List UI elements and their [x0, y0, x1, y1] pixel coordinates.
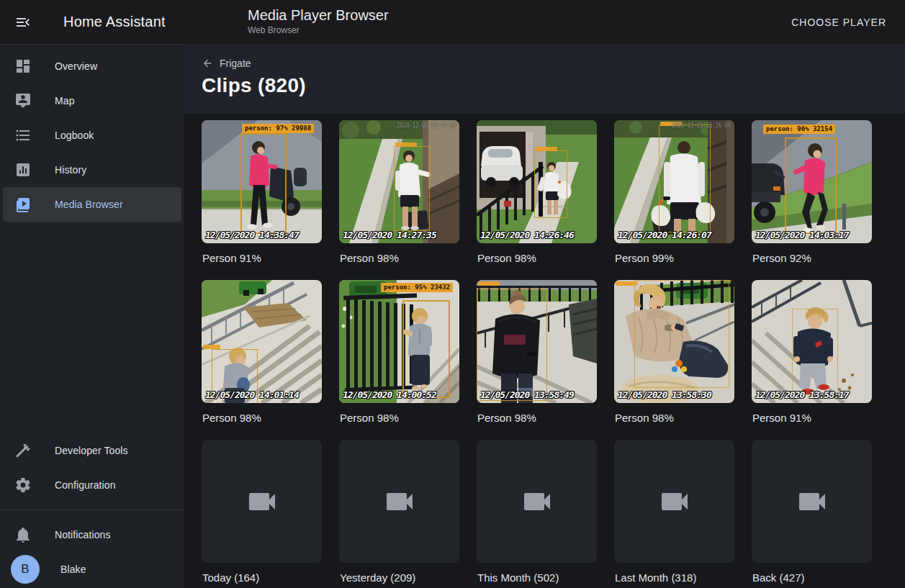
sidebar-item-map[interactable]: Map — [3, 83, 181, 118]
person-tag-mini — [395, 143, 417, 147]
timestamp-overlay: 12/05/2020 14:27:35 — [343, 230, 436, 240]
sidebar-item-developer-tools[interactable]: Developer Tools — [3, 433, 181, 468]
timestamp-overlay: 12/05/2020 14:26:07 — [618, 230, 711, 240]
clip-label: Person 91% — [752, 412, 871, 424]
timestamp-overlay: 12/05/2020 14:01:14 — [205, 389, 299, 400]
clip-label: Person 98% — [477, 252, 596, 264]
chart-box-icon — [14, 161, 32, 178]
main-content: Frigate Clips (820) — [184, 44, 905, 588]
person-tag: person: 97% 29988 — [242, 124, 314, 133]
clip-card[interactable]: 12/05/2020 13:58:49 Person 98% — [477, 280, 597, 440]
sidebar-item-label: Overview — [55, 60, 97, 72]
sidebar-item-overview[interactable]: Overview — [3, 49, 181, 83]
sidebar-item-label: Configuration — [55, 479, 116, 491]
clip-thumbnail: 12/05/2020 14:01:14 — [202, 280, 322, 403]
sidebar-item-label: History — [55, 164, 86, 176]
menu-open-icon[interactable] — [14, 14, 32, 31]
clip-thumbnail: person: 95% 23432 12/05/2020 14:00:52 — [339, 280, 459, 403]
timestamp-overlay: 12/05/2020 14:38:47 — [205, 230, 299, 240]
detection-bbox — [785, 137, 837, 234]
timestamp-overlay: 12/05/2020 13:58:49 — [480, 389, 574, 400]
timestamp-overlay: 12/05/2020 14:00:52 — [343, 389, 436, 400]
timestamp-overlay: 12/05/2020 14:03:17 — [755, 230, 849, 240]
video-camera-icon — [795, 484, 829, 519]
clip-label: Person 98% — [477, 412, 596, 424]
clip-thumbnail: 12/05/2020 13:58:17 — [752, 280, 872, 403]
folder-card-yesterday[interactable]: Yesterday (209) — [339, 440, 459, 588]
sidebar-item-label: Map — [55, 95, 75, 107]
gear-icon — [14, 476, 32, 494]
folder-label: Back (427) — [752, 571, 871, 584]
sidebar-item-configuration[interactable]: Configuration — [3, 468, 181, 502]
detection-bbox — [240, 133, 287, 234]
clip-card[interactable]: person: 96% 32154 12/05/2020 14:03:17 Pe… — [752, 120, 872, 280]
avatar[interactable]: B — [11, 555, 40, 584]
folder-card-today[interactable]: Today (164) — [202, 440, 322, 588]
view-dashboard-icon — [14, 58, 32, 75]
clip-thumbnail: 2020-12-05 15:26:06 12/05/2020 14:26:07 — [614, 120, 734, 243]
clip-label: Person 91% — [202, 252, 321, 264]
clip-thumbnail: person: 97% 29988 12/05/2020 14:38:47 — [202, 120, 322, 243]
sidebar-item-profile[interactable]: B Blake — [3, 552, 181, 587]
breadcrumb[interactable]: Frigate — [202, 58, 251, 69]
clip-label: Person 92% — [752, 252, 871, 264]
hammer-icon — [14, 442, 32, 459]
clip-card[interactable]: 12/05/2020 14:01:14 Person 98% — [202, 280, 322, 440]
detection-bbox — [792, 309, 838, 395]
sidebar-item-label: Developer Tools — [55, 445, 128, 456]
sidebar-bottom: Developer Tools Configuration Notificati… — [0, 433, 184, 587]
timestamp-overlay: 12/05/2020 13:58:17 — [755, 389, 849, 400]
timestamp-overlay: 12/05/2020 13:58:30 — [618, 389, 711, 400]
clip-card[interactable]: person: 97% 29988 12/05/2020 14:38:47 Pe… — [202, 120, 322, 280]
sidebar-item-logbook[interactable]: Logbook — [3, 118, 181, 153]
user-name: Blake — [60, 564, 86, 575]
video-camera-icon — [520, 484, 554, 519]
sidebar-item-notifications[interactable]: Notifications — [3, 517, 181, 552]
clip-label: Person 98% — [340, 412, 459, 424]
folder-thumbnail — [339, 440, 459, 563]
clip-card[interactable]: 2020-12-05 15:27:36 12/05/2020 14:27:35 … — [339, 120, 459, 280]
clip-label: Person 99% — [615, 252, 734, 264]
sidebar-item-media-browser[interactable]: Media Browser — [3, 187, 181, 222]
bell-icon — [14, 526, 32, 543]
folder-thumbnail — [477, 440, 597, 563]
clip-thumbnail: 12/05/2020 13:58:49 — [477, 280, 597, 403]
clip-card[interactable]: 12/05/2020 13:58:17 Person 91% — [752, 280, 872, 440]
play-box-multiple-icon — [14, 196, 32, 213]
folder-card-last-month[interactable]: Last Month (318) — [614, 440, 734, 588]
app-title: Home Assistant — [63, 14, 166, 30]
clip-card[interactable]: 12/05/2020 14:26:46 Person 98% — [477, 120, 597, 280]
sidebar: Overview Map Logbook History Media Brows… — [0, 44, 184, 588]
account-tooltip-icon — [14, 92, 32, 109]
page-subtitle: Web Browser — [248, 25, 389, 35]
person-tag-mini — [478, 281, 500, 286]
list-bulleted-icon — [14, 127, 32, 144]
folder-card-back[interactable]: Back (427) — [752, 440, 872, 588]
choose-player-button[interactable]: CHOOSE PLAYER — [788, 11, 889, 34]
person-tag: person: 96% 32154 — [763, 125, 835, 134]
folder-thumbnail — [614, 440, 734, 563]
page-head: Media Player Browser Web Browser — [248, 6, 389, 35]
folder-label: Last Month (318) — [615, 571, 734, 584]
sidebar-divider — [0, 510, 184, 510]
clips-grid: person: 97% 29988 12/05/2020 14:38:47 Pe… — [184, 114, 905, 588]
sidebar-item-label: Media Browser — [55, 199, 123, 210]
folder-label: This Month (502) — [477, 571, 596, 584]
camera-timestamp: 2020-12-05 15:26:06 — [672, 122, 731, 129]
clip-card[interactable]: person: 95% 23432 12/05/2020 14:00:52 Pe… — [339, 280, 459, 440]
clip-card[interactable]: 12/05/2020 13:58:30 Person 98% — [614, 280, 734, 440]
person-tag-mini — [536, 147, 557, 151]
clip-card[interactable]: 2020-12-05 15:26:06 12/05/2020 14:26:07 … — [614, 120, 734, 280]
video-camera-icon — [245, 484, 279, 519]
sidebar-item-label: Logbook — [55, 130, 94, 141]
detection-bbox — [659, 125, 711, 232]
camera-timestamp: 2020-12-05 15:27:36 — [397, 122, 456, 129]
sidebar-item-history[interactable]: History — [3, 153, 181, 187]
folder-card-this-month[interactable]: This Month (502) — [477, 440, 597, 588]
clip-label: Person 98% — [615, 412, 734, 424]
detection-bbox — [394, 146, 430, 231]
video-camera-icon — [657, 484, 692, 519]
breadcrumb-label[interactable]: Frigate — [220, 58, 251, 69]
person-tag-mini — [616, 281, 637, 286]
person-tag: person: 95% 23432 — [381, 283, 453, 292]
